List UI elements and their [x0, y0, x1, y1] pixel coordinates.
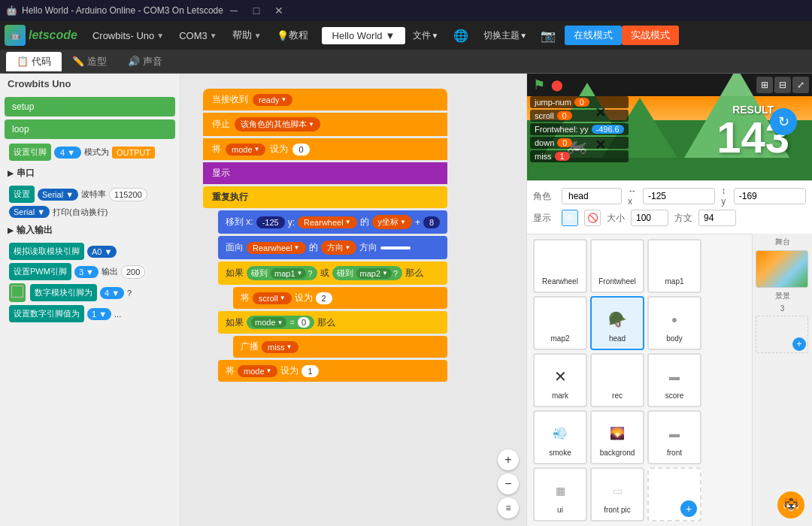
sprite-ui[interactable]: ▦ ui [533, 467, 587, 521]
serial-print-block[interactable]: Serial ▼ 打印(自动换行) [9, 206, 171, 218]
mode1-value[interactable]: 1 [301, 365, 318, 377]
sprite-front[interactable]: ▬ front [647, 410, 701, 464]
sprite-body[interactable]: ● body [647, 296, 701, 350]
globe-button[interactable]: 🌐 [446, 21, 476, 50]
com3-menu[interactable]: COM3 ▼ [171, 21, 224, 50]
y-offset[interactable]: 8 [423, 216, 440, 228]
stop-block[interactable]: 停止 该角色的其他脚本 ▼ [203, 113, 447, 136]
green-flag-button[interactable]: ⚑ [533, 77, 545, 93]
stop-button[interactable]: ⬤ [551, 79, 563, 91]
sprite-rec[interactable]: ◉ rec [590, 353, 644, 407]
add-sprite-button[interactable]: + [647, 467, 701, 521]
hello-world-button[interactable]: Hello World ▼ [322, 27, 406, 44]
set-scroll-block[interactable]: 将 scroll ▼ 设为 2 [233, 287, 447, 309]
sprite-map1[interactable]: 🗺 map1 [647, 239, 701, 293]
smoke-icon: 💨 [545, 419, 575, 449]
if-touch-block[interactable]: 如果 碰到 map1 ▼ ? 或 碰到 map2 ▼ ? 那么 [218, 261, 447, 285]
analog-read-block[interactable]: 模拟读取模块引脚 A0 ▼ [9, 243, 171, 260]
x-value[interactable]: -125 [256, 216, 285, 228]
hat-block[interactable]: 当接收到 ready ▼ [203, 89, 447, 110]
tab-code[interactable]: 📋 代码 [6, 52, 62, 71]
sprite-mark[interactable]: ✕ mark [533, 353, 587, 407]
y-sprite-dropdown[interactable]: Rearwheel ▼ [298, 216, 357, 228]
if-mode-block[interactable]: 如果 mode ▼ = 0 那么 [218, 311, 447, 334]
sprite-smoke[interactable]: 💨 smoke [533, 410, 587, 464]
hide-button[interactable]: 🚫 [584, 210, 601, 226]
scroll-value[interactable]: 2 [316, 292, 332, 304]
size-input[interactable] [631, 210, 668, 226]
mode-dropdown[interactable]: mode ▼ [226, 144, 265, 156]
loop-block[interactable]: loop [5, 119, 175, 139]
crowbits-menu[interactable]: Crowbits- Uno ▼ [85, 21, 171, 50]
camera-button[interactable]: 📷 [535, 21, 562, 50]
online-mode-button[interactable]: 在线模式 [565, 26, 622, 45]
pin-mode-block[interactable]: 设置引脚 4 ▼ 模式为 OUTPUT [9, 144, 171, 161]
sprite-name-input[interactable] [562, 188, 622, 204]
tab-model[interactable]: ✏️ 造型 [62, 52, 117, 71]
set-mode1-block[interactable]: 将 mode ▼ 设为 1 [218, 360, 447, 382]
sprite-frontwheel[interactable]: ⚙ Frontwheel [590, 239, 644, 293]
refresh-button[interactable]: ↻ [770, 108, 797, 135]
broadcast-block[interactable]: 广播 miss ▼ [233, 336, 447, 358]
help-menu[interactable]: 帮助 ▼ [225, 21, 269, 50]
sprite-rearwheel[interactable]: ⚙ Rearwheel [533, 239, 587, 293]
io-section[interactable]: 输入输出 [0, 221, 180, 240]
mode-condition[interactable]: mode ▼ = 0 [247, 316, 314, 329]
sprite-map2[interactable]: 🗺 map2 [533, 296, 587, 350]
reset-zoom-button[interactable]: ≡ [498, 497, 519, 518]
active-mode-button[interactable]: 实战模式 [622, 26, 679, 45]
zoom-in-button[interactable]: + [498, 449, 519, 470]
serial-baud-block[interactable]: 设置 Serial ▼ 波特率 115200 [9, 186, 171, 203]
sprite-label: 角色 [533, 190, 556, 203]
set-mode-block[interactable]: 将 mode ▼ 设为 0 [203, 138, 447, 160]
stage-thumb-1[interactable] [756, 250, 808, 288]
file-menu[interactable]: 文件 ▼ [405, 21, 446, 50]
help-arrow-icon: ▼ [254, 32, 262, 40]
show-block[interactable]: 显示 [203, 162, 447, 184]
show-button[interactable]: 👁 [562, 210, 578, 226]
touch-map1[interactable]: 碰到 map1 ▼ ? [247, 266, 317, 280]
repeat-block[interactable]: 重复执行 [203, 186, 447, 208]
y-coord-dropdown[interactable]: y坐标 ▼ [372, 215, 412, 229]
digital-read-block[interactable]: 数字模块引脚为 4 ▼ ? [9, 283, 171, 302]
dir-input[interactable] [698, 210, 736, 226]
digital-set-block[interactable]: 设置数字引脚值为 1 ▼ ... [9, 305, 171, 322]
zoom-out-button[interactable]: − [498, 473, 519, 494]
face-dir-dropdown[interactable]: 方向 ▼ [321, 240, 357, 255]
y-coord-input[interactable] [734, 188, 806, 204]
help-fab-button[interactable]: 🐯 [777, 491, 804, 518]
sprite-backgrond[interactable]: 🌄 backgrond [590, 410, 644, 464]
mode-value[interactable]: 0 [292, 144, 309, 156]
close-button[interactable]: ✕ [268, 3, 289, 18]
face-block[interactable]: 面向 Rearwheel ▼ 的 方向 ▼ 方向 [218, 236, 447, 259]
minimize-button[interactable]: ─ [223, 3, 244, 18]
theme-menu[interactable]: 切换主题 ▼ [476, 21, 535, 50]
sprite-front-pic[interactable]: ▭ front pic [590, 467, 644, 521]
title-text: Hello World - Arduino Online - COM3 On L… [22, 5, 223, 16]
tab-sound[interactable]: 🔊 声音 [117, 52, 173, 71]
right-panel: ⚑ ⬤ ⊞ ⊟ ⤢ jump-num 0 scroll 0 [526, 74, 812, 526]
stop-dropdown[interactable]: 该角色的其他脚本 ▼ [235, 117, 320, 132]
move-to-block[interactable]: 移到 x: -125 y: Rearwheel ▼ 的 y坐标 ▼ + 8 [218, 210, 447, 234]
sidebar: Crowbits Uno setup loop 设置引脚 4 ▼ 模式为 OUT… [0, 74, 180, 526]
tutorial-menu[interactable]: 💡 教程 [269, 21, 316, 50]
maximize-button[interactable]: □ [246, 3, 267, 18]
small-view-button[interactable]: ⊟ [774, 77, 791, 93]
code-editor[interactable]: 当接收到 ready ▼ 停止 该角色的其他脚本 ▼ 将 mode ▼ 设为 0… [180, 74, 526, 526]
setup-block[interactable]: setup [5, 97, 175, 116]
sprite-score[interactable]: ▬ score [647, 353, 701, 407]
ready-dropdown[interactable]: ready ▼ [253, 94, 292, 106]
sprite-head[interactable]: 🪖 head [590, 296, 644, 350]
fullscreen-button[interactable]: ⤢ [792, 77, 809, 93]
face-sprite-dropdown[interactable]: Rearwheel ▼ [247, 242, 306, 254]
sidebar-title: Crowbits Uno [0, 74, 180, 94]
touch-map2[interactable]: 碰到 map2 ▼ ? [332, 266, 403, 280]
miss-dropdown[interactable]: miss ▼ [262, 341, 298, 353]
mode1-dropdown[interactable]: mode ▼ [238, 365, 277, 377]
scroll-dropdown[interactable]: scroll ▼ [253, 292, 292, 304]
x-coord-input[interactable] [643, 188, 715, 204]
serial-section[interactable]: 串口 [0, 164, 180, 183]
add-stage-button[interactable]: + [756, 316, 808, 353]
normal-view-button[interactable]: ⊞ [756, 77, 773, 93]
pwm-block[interactable]: 设置PWM引脚 3 ▼ 输出 200 [9, 263, 171, 280]
